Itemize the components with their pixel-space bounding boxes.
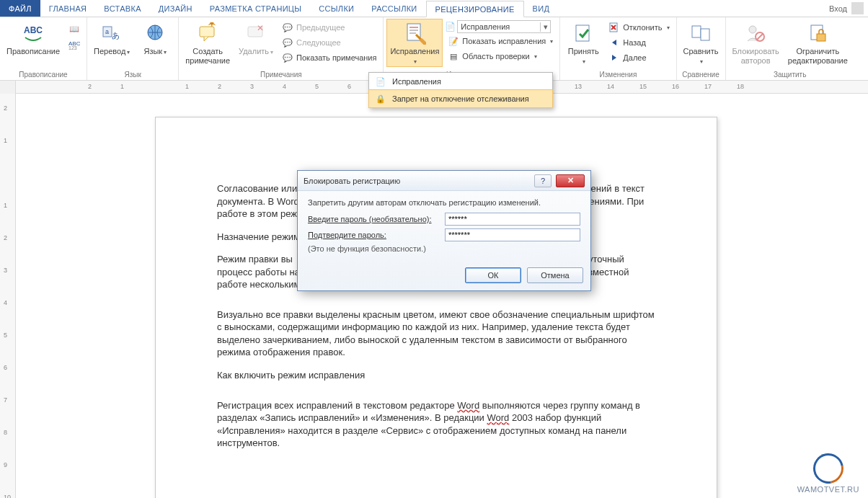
dropdown-item-lock[interactable]: 🔒 Запрет на отключение отслеживания: [368, 89, 553, 108]
spellcheck-icon: ABC: [22, 21, 45, 45]
spelling-button[interactable]: ABC Правописание: [3, 19, 63, 58]
track-changes-label: Исправления▾: [390, 47, 439, 65]
group-comments-label: Примечания: [182, 69, 380, 80]
group-protect: Блокировать авторов Ограничить редактиро…: [726, 17, 854, 80]
compare-button[interactable]: Сравнить▾: [680, 19, 722, 67]
avatar-icon: [851, 2, 864, 14]
comment-prev-icon: 💬: [282, 22, 293, 33]
tab-view[interactable]: ВИД: [524, 0, 559, 17]
comment-new-icon: ✶: [197, 21, 218, 45]
tracking-display-combo[interactable]: Исправления▾: [457, 20, 551, 33]
dropdown-item-track[interactable]: 📄 Исправления: [369, 73, 552, 90]
track-changes-dropdown: 📄 Исправления 🔒 Запрет на отключение отс…: [368, 72, 553, 108]
next-comment-button[interactable]: 💬Следующее: [278, 35, 380, 50]
accept-icon: [572, 21, 594, 45]
delete-comment-button[interactable]: ✕ Удалить▾: [235, 19, 277, 58]
document-canvas[interactable]: Согласование или редактирование текста п…: [16, 94, 868, 498]
markup-icon: 📝: [448, 35, 459, 47]
new-comment-button[interactable]: ✶ Создать примечание: [182, 19, 234, 67]
group-compare-label: Сравнение: [680, 69, 722, 80]
group-proofing: ABC Правописание 📖 ABC123 Правописание: [0, 17, 87, 80]
globe-icon: [144, 21, 166, 45]
cancel-button[interactable]: Отмена: [527, 267, 583, 283]
password-label: Введите пароль (необязательно):: [308, 215, 438, 223]
translate-button[interactable]: aあ Перевод▾: [90, 19, 133, 58]
ribbon: ABC Правописание 📖 ABC123 Правописание a…: [0, 17, 868, 81]
tab-review[interactable]: РЕЦЕНЗИРОВАНИЕ: [426, 1, 524, 17]
previous-change-button[interactable]: Назад: [605, 35, 673, 50]
block-authors-label: Блокировать авторов: [732, 47, 779, 65]
translate-label: Перевод▾: [94, 47, 130, 56]
language-button[interactable]: Язык▾: [135, 19, 175, 58]
group-compare: Сравнить▾ Сравнение: [677, 17, 726, 80]
tab-design[interactable]: ДИЗАЙН: [150, 0, 201, 17]
svg-line-21: [757, 34, 763, 40]
thesaurus-button[interactable]: 📖: [65, 22, 84, 36]
svg-text:123: 123: [68, 45, 77, 50]
password-input[interactable]: [445, 213, 580, 226]
sign-in-label: Вход: [829, 4, 847, 13]
doc-paragraph[interactable]: Как включить режим исправления: [217, 369, 655, 382]
group-changes: Принять▾ Отклонить▾ Назад Далее Изменени…: [560, 17, 676, 80]
group-language: aあ Перевод▾ Язык▾ Язык: [87, 17, 179, 80]
group-comments: ✶ Создать примечание ✕ Удалить▾ 💬Предыду…: [179, 17, 384, 80]
confirm-password-input[interactable]: [445, 228, 580, 241]
tab-home[interactable]: ГЛАВНАЯ: [40, 0, 96, 17]
svg-rect-17: [692, 26, 701, 37]
language-label: Язык▾: [143, 47, 167, 56]
group-tracking: Исправления▾ 📄 Исправления▾ 📝Показать ис…: [384, 17, 560, 80]
tab-layout[interactable]: РАЗМЕТКА СТРАНИЦЫ: [201, 0, 311, 17]
svg-rect-23: [817, 34, 825, 41]
svg-text:ABC: ABC: [24, 25, 43, 35]
book-icon: 📖: [68, 23, 80, 35]
watermark-logo-icon: [807, 448, 849, 489]
prev-comment-button[interactable]: 💬Предыдущее: [278, 20, 380, 35]
dialog-titlebar[interactable]: Блокировать регистрацию ? ✕: [298, 171, 590, 191]
ok-button[interactable]: ОК: [465, 267, 521, 283]
block-authors-icon: [745, 21, 766, 45]
dialog-message: Запретить другим авторам отключать регис…: [308, 198, 580, 207]
lock-icon: 🔒: [375, 93, 386, 105]
block-authors-button[interactable]: Блокировать авторов: [729, 19, 783, 67]
accept-button[interactable]: Принять▾: [563, 19, 603, 67]
watermark-text: WAMOTVET.RU: [797, 485, 859, 494]
ruler-corner: [0, 81, 16, 94]
delete-comment-label: Удалить▾: [239, 47, 273, 56]
comment-delete-icon: ✕: [245, 21, 267, 45]
wordcount-button[interactable]: ABC123: [65, 37, 84, 51]
watermark: WAMOTVET.RU: [797, 453, 859, 494]
chevron-down-icon: ▾: [540, 22, 550, 32]
ribbon-tabbar: ФАЙЛ ГЛАВНАЯ ВСТАВКА ДИЗАЙН РАЗМЕТКА СТР…: [0, 0, 868, 17]
next-change-button[interactable]: Далее: [605, 50, 673, 65]
restrict-editing-button[interactable]: Ограничить редактирование: [784, 19, 851, 67]
track-changes-button[interactable]: Исправления▾: [386, 19, 443, 67]
arrow-left-icon: [608, 37, 620, 48]
dialog-help-button[interactable]: ?: [534, 174, 552, 187]
svg-text:✶: ✶: [208, 22, 216, 29]
new-comment-label: Создать примечание: [185, 47, 230, 65]
tab-insert[interactable]: ВСТАВКА: [95, 0, 149, 17]
tracking-display-icon: 📄: [444, 21, 456, 32]
tab-mailings[interactable]: РАССЫЛКИ: [363, 0, 425, 17]
svg-text:あ: あ: [112, 31, 120, 40]
spelling-label: Правописание: [6, 47, 60, 56]
document-area: 21123456789101112 Согласование или редак…: [0, 94, 868, 498]
svg-rect-15: [576, 25, 589, 41]
dialog-close-button[interactable]: ✕: [556, 174, 585, 187]
reject-button[interactable]: Отклонить▾: [605, 20, 673, 35]
doc-paragraph[interactable]: Регистрация всех исправлений в текстовом…: [217, 399, 655, 450]
tab-references[interactable]: ССЫЛКИ: [310, 0, 363, 17]
tab-file[interactable]: ФАЙЛ: [0, 0, 40, 17]
arrow-right-icon: [608, 52, 620, 63]
sign-in[interactable]: Вход: [825, 0, 868, 17]
reviewing-pane-button[interactable]: ▤Область проверки▾: [444, 49, 557, 63]
comment-next-icon: 💬: [282, 37, 293, 48]
show-markup-button[interactable]: 📝Показать исправления▾: [444, 34, 557, 48]
group-protect-label: Защитить: [729, 69, 851, 80]
doc-paragraph[interactable]: Визуально все правки выделены красным цв…: [217, 308, 655, 359]
show-comments-button[interactable]: 💬Показать примечания: [278, 50, 380, 65]
svg-text:✕: ✕: [257, 23, 264, 33]
comments-show-icon: 💬: [282, 52, 293, 63]
dialog-note: (Это не функция безопасности.): [308, 244, 580, 253]
lock-tracking-dialog: Блокировать регистрацию ? ✕ Запретить др…: [297, 170, 591, 291]
